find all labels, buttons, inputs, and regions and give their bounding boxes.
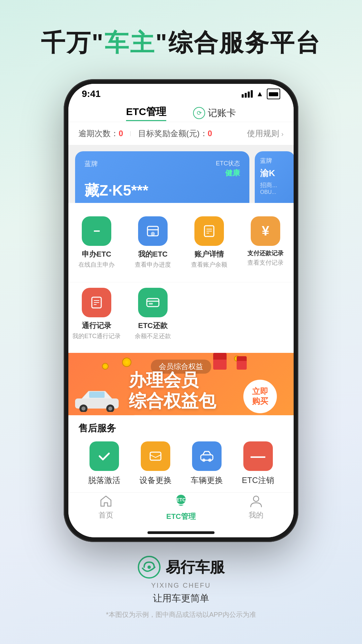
icon-payment-record[interactable]: ¥ 支付还款记录 查看支付记录 xyxy=(237,211,294,274)
phone-frame: 9:41 ▲ ETC管理 xyxy=(64,79,298,542)
card-plate: 藏Z·K5*** xyxy=(84,181,240,201)
tab-mine-label: 我的 xyxy=(249,510,263,520)
card-badge: 蓝牌 xyxy=(84,159,98,168)
cards-area: 蓝牌 ETC状态 健康 藏Z·K5*** 招商客车记账卡：45645645745… xyxy=(68,145,294,203)
home-tab-icon xyxy=(99,494,113,507)
brand-pinyin: YIXING CHEFU xyxy=(151,582,211,589)
nav-tab-jizhangka: 记账卡 xyxy=(208,107,236,119)
status-icons: ▲ xyxy=(242,89,280,99)
page-bottom: 易行车服 YIXING CHEFU 让用车更简单 *本图仅为示例，图中商品或活动… xyxy=(106,555,256,633)
icon-my-etc[interactable]: 我的ETC 查看申办进度 xyxy=(125,211,181,274)
jizhangka-icon: ⟳ xyxy=(193,107,205,119)
device-replace-icon xyxy=(141,441,170,471)
svg-point-22 xyxy=(202,459,205,462)
brand-icon xyxy=(137,555,161,579)
home-indicator xyxy=(68,528,294,537)
svg-point-2 xyxy=(151,232,155,236)
svg-point-18 xyxy=(108,407,112,411)
buy-button[interactable]: 立即 购买 xyxy=(243,380,277,413)
tab-etc-manage[interactable]: ETC ETC管理 xyxy=(143,493,219,522)
phone-mockup: 9:41 ▲ ETC管理 xyxy=(64,79,298,542)
card-status-area: ETC状态 健康 xyxy=(216,159,240,178)
hero-highlight: 车主 xyxy=(105,29,156,56)
svg-rect-20 xyxy=(150,452,161,460)
wifi-icon: ▲ xyxy=(256,90,263,98)
brand-logo-area: 易行车服 YIXING CHEFU 让用车更简单 xyxy=(137,555,225,605)
aftersale-car-replace[interactable]: 车辆更换 xyxy=(181,441,232,486)
tab-mine[interactable]: 我的 xyxy=(219,494,294,520)
aftersale-device-replace[interactable]: 设备更换 xyxy=(130,441,181,486)
overdue-label: 逾期次数：0 xyxy=(78,128,123,139)
tab-home-label: 首页 xyxy=(99,510,113,520)
trip-record-icon xyxy=(82,288,111,317)
nav-jizhangka[interactable]: ⟳ 记账卡 xyxy=(193,107,236,119)
status-bar: 9:41 ▲ xyxy=(68,84,294,104)
battery-icon xyxy=(267,89,280,99)
stats-bar: 逾期次数：0 | 目标奖励金额(元)：0 使用规则 › xyxy=(68,122,294,145)
card-status-val: 健康 xyxy=(225,168,240,178)
tab-bar: 首页 ETC ETC管理 我的 xyxy=(68,492,294,528)
aftersale-etc-cancel[interactable]: — ETC注销 xyxy=(232,441,284,486)
aftersale-reactivate[interactable]: 脱落激活 xyxy=(78,441,130,486)
svg-rect-19 xyxy=(89,392,105,398)
hero-suffix: 综合服务平台 xyxy=(168,29,321,56)
reactivate-icon xyxy=(89,441,119,471)
reward-label: 目标奖励金额(元)：0 xyxy=(138,128,212,139)
payment-record-icon: ¥ xyxy=(251,216,280,246)
my-etc-icon xyxy=(138,216,168,246)
svg-point-16 xyxy=(81,407,85,411)
aftersale-grid: 脱落激活 设备更换 车辆更换 xyxy=(78,441,284,486)
etc-tab-icon: ETC xyxy=(173,493,189,509)
brand-logo: 易行车服 xyxy=(137,555,225,579)
icon-grid-row1: － 申办ETC 在线自主申办 我的ETC 查看申办进度 xyxy=(68,203,294,282)
membership-banner[interactable]: 会员综合权益 办理会员 xyxy=(68,353,294,415)
screen-content: ETC管理 ⟳ 记账卡 逾期次数：0 | 目标奖励金额(元)：0 xyxy=(68,104,294,537)
brand-name: 易行车服 xyxy=(166,557,225,577)
disclaimer: *本图仅为示例，图中商品或活动以APP内公示为准 xyxy=(106,610,256,619)
phone-screen: 9:41 ▲ ETC管理 xyxy=(68,84,294,537)
icon-apply-etc[interactable]: － 申办ETC 在线自主申办 xyxy=(68,211,125,274)
tab-home[interactable]: 首页 xyxy=(68,494,143,520)
icon-account-detail[interactable]: 账户详情 查看账户余额 xyxy=(181,211,237,274)
brand-tagline: 让用车更简单 xyxy=(153,592,209,605)
icon-grid-row2: 通行记录 我的ETC通行记录 ETC还款 余额不足还款 xyxy=(68,282,294,354)
icon-etc-repay[interactable]: ETC还款 余额不足还款 xyxy=(125,282,181,345)
home-bar xyxy=(147,531,215,534)
rule-link[interactable]: 使用规则 › xyxy=(247,128,284,139)
nav-tab-etc[interactable]: ETC管理 xyxy=(126,105,166,121)
icon-trip-record[interactable]: 通行记录 我的ETC通行记录 xyxy=(68,282,125,345)
banner-car-illustration xyxy=(72,385,125,412)
svg-point-26 xyxy=(253,496,259,501)
overdue-val: 0 xyxy=(119,129,123,138)
mine-tab-icon xyxy=(249,494,263,507)
etc-cancel-icon: — xyxy=(243,441,273,471)
nav-header: ETC管理 ⟳ 记账卡 xyxy=(68,104,294,122)
apply-etc-icon: － xyxy=(82,216,111,246)
etc-repay-icon xyxy=(138,288,168,317)
svg-point-28 xyxy=(147,566,151,569)
account-detail-icon xyxy=(194,216,224,246)
hero-prefix: 千万 xyxy=(41,29,92,56)
svg-point-23 xyxy=(208,459,212,462)
hero-title: 千万"车主"综合服务平台 xyxy=(41,27,321,59)
svg-rect-13 xyxy=(149,303,153,305)
tab-etc-label: ETC管理 xyxy=(166,512,196,522)
etc-card-2[interactable]: 蓝牌 渝K 招商... OBU... xyxy=(255,151,294,203)
reward-val: 0 xyxy=(208,129,212,138)
svg-text:ETC: ETC xyxy=(176,497,186,502)
etc-card-1[interactable]: 蓝牌 ETC状态 健康 藏Z·K5*** 招商客车记账卡：45645645745… xyxy=(75,151,249,203)
signal-icon xyxy=(242,90,253,98)
status-time: 9:41 xyxy=(82,89,101,99)
svg-rect-11 xyxy=(147,299,159,307)
banner-subtitle: 额外赠送ETC全套设备和安装服务 xyxy=(129,415,273,431)
car-replace-icon xyxy=(192,441,222,471)
